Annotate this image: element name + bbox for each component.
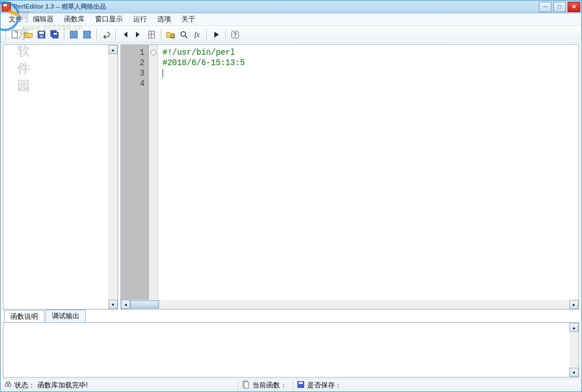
line-number: 2 bbox=[121, 58, 145, 68]
line-number: 3 bbox=[121, 68, 145, 78]
code-line: #2018/6/6-15:13:5 bbox=[162, 58, 574, 68]
bottom-panel: 函数说明 调试输出 ▴ ▾ bbox=[3, 311, 579, 378]
maximize-button[interactable]: □ bbox=[553, 2, 566, 12]
menu-about[interactable]: 关于 bbox=[177, 13, 200, 25]
status-label: 状态： bbox=[14, 380, 35, 390]
code-area[interactable]: #!/usr/bin/perl#2018/6/6-15:13:5 bbox=[158, 45, 579, 300]
help-button[interactable]: ? bbox=[229, 28, 241, 41]
side-panel: ▴ ▾ bbox=[3, 44, 118, 310]
titlebar[interactable]: PerlEditor 1.3 -- 稻草人网络出品 ─ □ ✕ bbox=[1, 1, 581, 13]
line-gutter: 1 2 3 4 bbox=[121, 45, 149, 300]
toolbar: fx ? bbox=[1, 26, 581, 43]
menu-options[interactable]: 选项 bbox=[153, 13, 176, 25]
menu-editor[interactable]: 编辑器 bbox=[28, 13, 58, 25]
scroll-up-icon[interactable]: ▴ bbox=[108, 45, 118, 54]
code-line: #!/usr/bin/perl bbox=[162, 47, 574, 58]
last-button[interactable] bbox=[132, 28, 145, 41]
close-button[interactable]: ✕ bbox=[568, 2, 580, 12]
scroll-left-icon[interactable]: ◂ bbox=[121, 300, 130, 309]
svg-rect-10 bbox=[84, 35, 90, 38]
view2-button[interactable] bbox=[81, 28, 93, 41]
save-all-button[interactable] bbox=[48, 28, 61, 41]
scroll-down-icon[interactable]: ▾ bbox=[108, 300, 118, 309]
fx-button[interactable]: fx bbox=[191, 28, 203, 41]
bottom-tabs: 函数说明 调试输出 bbox=[3, 311, 579, 322]
open-button[interactable] bbox=[22, 28, 35, 41]
bottom-content: ▴ ▾ bbox=[3, 322, 579, 378]
save-icon bbox=[297, 380, 305, 390]
svg-rect-9 bbox=[84, 31, 90, 34]
binoculars-icon bbox=[4, 380, 12, 390]
tab-function-desc[interactable]: 函数说明 bbox=[4, 310, 44, 323]
first-button[interactable] bbox=[119, 28, 131, 41]
svg-point-19 bbox=[8, 383, 11, 386]
menubar: 文件 编辑器 函数库 窗口显示 运行 选项 关于 bbox=[1, 13, 581, 26]
svg-rect-0 bbox=[12, 31, 17, 38]
app-icon bbox=[2, 2, 11, 12]
menu-run[interactable]: 运行 bbox=[129, 13, 152, 25]
statusbar: 状态： 函数库加载完毕! 当前函数： 是否保存： bbox=[1, 379, 581, 391]
side-scrollbar[interactable]: ▴ ▾ bbox=[108, 45, 118, 309]
text-cursor bbox=[162, 69, 163, 77]
find-button[interactable] bbox=[164, 28, 177, 41]
run-button[interactable] bbox=[210, 28, 222, 41]
saved-label: 是否保存： bbox=[307, 380, 342, 390]
menu-file[interactable]: 文件 bbox=[4, 13, 27, 25]
app-window: 河东软件园 www.pc0359.cn PerlEditor 1.3 -- 稻草… bbox=[0, 0, 582, 392]
menu-funclib[interactable]: 函数库 bbox=[59, 13, 89, 25]
breakpoint-marker-icon[interactable] bbox=[150, 50, 156, 55]
editor-hscrollbar[interactable]: ◂ ▸ bbox=[121, 300, 579, 309]
svg-rect-13 bbox=[151, 31, 152, 38]
svg-point-15 bbox=[181, 32, 186, 36]
current-fn-label: 当前函数： bbox=[252, 380, 287, 390]
code-line bbox=[162, 68, 574, 78]
svg-rect-6 bbox=[54, 33, 57, 35]
scroll-up-icon[interactable]: ▴ bbox=[569, 323, 579, 332]
svg-rect-8 bbox=[74, 31, 77, 38]
bookmark-button[interactable] bbox=[145, 28, 158, 41]
main-area: ▴ ▾ 1 2 3 4 #!/usr/bin/perl#2018/6/6-15:… bbox=[1, 43, 581, 311]
breakpoint-margin[interactable] bbox=[149, 45, 158, 300]
tab-debug-output[interactable]: 调试输出 bbox=[46, 310, 86, 322]
new-file-button[interactable] bbox=[9, 28, 21, 41]
view1-button[interactable] bbox=[67, 28, 80, 41]
undo-button[interactable] bbox=[100, 28, 112, 41]
svg-rect-21 bbox=[244, 382, 249, 389]
bottom-scrollbar[interactable]: ▴ ▾ bbox=[569, 323, 579, 377]
svg-rect-7 bbox=[70, 31, 73, 38]
save-button[interactable] bbox=[35, 28, 48, 41]
code-editor: 1 2 3 4 #!/usr/bin/perl#2018/6/6-15:13:5… bbox=[120, 44, 579, 310]
scroll-thumb[interactable] bbox=[130, 300, 159, 308]
line-number: 4 bbox=[121, 78, 145, 89]
scroll-right-icon[interactable]: ▸ bbox=[569, 300, 579, 309]
scroll-down-icon[interactable]: ▾ bbox=[569, 368, 579, 377]
window-title: PerlEditor 1.3 -- 稻草人网络出品 bbox=[13, 2, 539, 11]
menu-window[interactable]: 窗口显示 bbox=[90, 13, 127, 25]
svg-rect-2 bbox=[39, 32, 44, 34]
status-message: 函数库加载完毕! bbox=[37, 380, 88, 390]
zoom-button[interactable] bbox=[177, 28, 190, 41]
line-number: 1 bbox=[121, 47, 145, 58]
svg-rect-23 bbox=[299, 382, 303, 385]
svg-text:?: ? bbox=[233, 32, 237, 38]
svg-rect-3 bbox=[40, 35, 43, 37]
svg-point-18 bbox=[5, 383, 8, 386]
document-icon bbox=[242, 380, 250, 390]
minimize-button[interactable]: ─ bbox=[539, 2, 551, 12]
